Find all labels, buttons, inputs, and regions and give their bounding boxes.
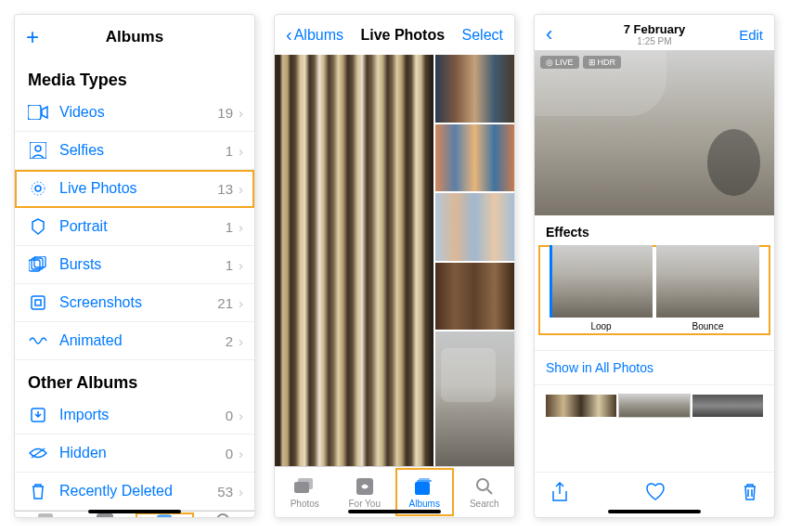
photos-icon	[33, 512, 56, 518]
effect-label: Bounce	[656, 318, 759, 335]
photo-thumbnail[interactable]	[275, 55, 433, 466]
effect-loop[interactable]: Loop	[550, 245, 653, 335]
photo-thumbnail-selected[interactable]	[435, 331, 514, 466]
photo-datetime: 7 February 1:25 PM	[624, 22, 685, 46]
hdr-badge: ⊞ HDR	[583, 56, 622, 69]
home-indicator[interactable]	[608, 510, 701, 513]
photo-thumbnail[interactable]	[435, 193, 514, 261]
svg-rect-1	[30, 142, 46, 159]
effect-thumbnail	[656, 245, 759, 318]
row-label: Hidden	[59, 445, 226, 461]
row-hidden[interactable]: Hidden 0 ›	[15, 435, 254, 473]
tab-photos[interactable]: Photos	[15, 512, 75, 518]
row-count: 2	[226, 333, 233, 349]
tab-search[interactable]: Search	[455, 467, 515, 517]
favorite-button[interactable]	[645, 483, 666, 501]
chevron-right-icon: ›	[239, 484, 243, 500]
back-button[interactable]: ‹Albums	[286, 24, 343, 45]
row-recently-deleted[interactable]: Recently Deleted 53 ›	[15, 473, 254, 511]
home-indicator[interactable]	[348, 510, 441, 513]
row-count: 13	[217, 181, 233, 197]
tab-photos[interactable]: Photos	[275, 467, 335, 517]
header: + Albums	[15, 15, 254, 58]
bursts-icon	[26, 254, 50, 275]
portrait-icon	[26, 216, 50, 237]
row-portrait[interactable]: Portrait 1 ›	[15, 208, 254, 246]
live-photos-icon	[26, 178, 50, 199]
row-label: Portrait	[59, 218, 226, 235]
row-count: 1	[226, 219, 233, 235]
animated-icon	[26, 331, 50, 351]
share-button[interactable]	[551, 482, 568, 502]
navbar: ‹ 7 February 1:25 PM Edit	[535, 15, 774, 50]
row-label: Live Photos	[59, 180, 217, 197]
row-count: 0	[226, 446, 233, 461]
svg-rect-9	[35, 300, 41, 305]
tab-search[interactable]: Search	[195, 512, 255, 518]
live-badge: ◎ LIVE	[540, 56, 579, 69]
svg-rect-14	[97, 513, 113, 518]
row-animated[interactable]: Animated 2 ›	[15, 322, 254, 360]
row-count: 19	[217, 105, 233, 121]
row-label: Videos	[59, 104, 217, 121]
svg-point-2	[35, 146, 41, 151]
svg-line-27	[487, 489, 492, 494]
row-imports[interactable]: Imports 0 ›	[15, 396, 254, 435]
svg-rect-13	[38, 513, 53, 518]
selfie-icon	[26, 140, 50, 161]
svg-rect-23	[415, 482, 430, 495]
thumbnail-strip[interactable]	[535, 395, 774, 422]
show-in-all-photos[interactable]: Show in All Photos	[535, 350, 774, 385]
strip-thumbnail[interactable]	[619, 395, 690, 417]
media-types-list: Videos 19 › Selfies 1 › Live Photos 13 ›…	[15, 94, 254, 360]
photo-grid[interactable]	[275, 55, 514, 466]
svg-point-26	[477, 479, 488, 490]
header-title: Albums	[48, 28, 221, 46]
photo-thumbnail[interactable]	[435, 124, 514, 192]
add-button[interactable]: +	[26, 24, 48, 50]
row-live-photos[interactable]: Live Photos 13 ›	[15, 170, 254, 208]
tab-label: Search	[470, 499, 499, 509]
other-albums-list: Imports 0 › Hidden 0 › Recently Deleted …	[15, 396, 254, 511]
edit-button[interactable]: Edit	[726, 27, 763, 43]
navbar: ‹Albums Live Photos Select	[275, 15, 514, 55]
effects-heading: Effects	[535, 215, 774, 245]
photo-hero[interactable]: ◎ LIVE ⊞ HDR	[535, 50, 774, 215]
svg-rect-16	[157, 515, 172, 517]
strip-thumbnail[interactable]	[692, 395, 763, 417]
home-indicator[interactable]	[88, 510, 181, 513]
row-videos[interactable]: Videos 19 ›	[15, 94, 254, 132]
back-label: Albums	[294, 27, 343, 44]
svg-rect-21	[298, 478, 313, 489]
row-label: Recently Deleted	[59, 483, 217, 500]
row-selfies[interactable]: Selfies 1 ›	[15, 132, 254, 170]
chevron-right-icon: ›	[239, 181, 243, 197]
svg-rect-12	[34, 517, 49, 518]
screenshots-icon	[26, 292, 50, 313]
svg-rect-24	[417, 480, 432, 482]
photo-thumbnail[interactable]	[435, 55, 514, 123]
svg-point-4	[32, 182, 45, 195]
svg-point-18	[217, 514, 228, 518]
search-icon	[213, 512, 236, 518]
svg-rect-0	[28, 105, 41, 120]
svg-rect-8	[32, 296, 45, 309]
photo-thumbnail[interactable]	[435, 263, 514, 331]
row-count: 0	[226, 408, 233, 423]
chevron-right-icon: ›	[239, 295, 243, 311]
strip-thumbnail[interactable]	[546, 395, 616, 417]
row-screenshots[interactable]: Screenshots 21 ›	[15, 284, 254, 322]
effect-bounce[interactable]: Bounce	[656, 245, 759, 335]
row-label: Bursts	[59, 256, 226, 273]
tab-label: For You	[349, 499, 381, 509]
chevron-left-icon: ‹	[286, 24, 292, 45]
row-count: 1	[226, 257, 233, 273]
delete-button[interactable]	[743, 483, 757, 501]
chevron-right-icon: ›	[239, 219, 243, 235]
select-button[interactable]: Select	[462, 27, 503, 44]
screen-photo-detail: ‹ 7 February 1:25 PM Edit ◎ LIVE ⊞ HDR E…	[534, 14, 775, 518]
row-count: 1	[226, 143, 233, 159]
section-other-albums: Other Albums	[15, 360, 254, 396]
row-bursts[interactable]: Bursts 1 ›	[15, 246, 254, 284]
back-button[interactable]: ‹	[546, 22, 583, 46]
